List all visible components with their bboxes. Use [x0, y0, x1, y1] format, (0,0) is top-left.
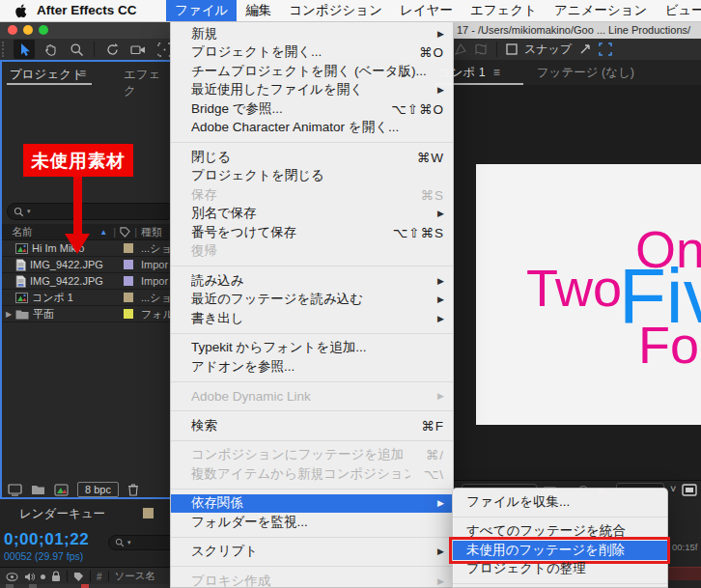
trash-icon[interactable] — [127, 483, 139, 496]
timeline-search-input[interactable]: ▾ — [108, 535, 170, 550]
disabled-mask-tool-icon — [454, 42, 467, 56]
label-icon[interactable] — [73, 572, 84, 582]
minimize-window-button[interactable] — [23, 25, 33, 35]
comp-canvas[interactable]: TwoOneFiveFour — [476, 164, 701, 425]
annotation-label: 未使用素材 — [31, 149, 126, 173]
menu-item[interactable]: 未使用のフッテージを削除 — [453, 541, 667, 560]
sort-ascending-icon[interactable]: ▲ — [99, 228, 107, 237]
zoom-tool-button[interactable] — [66, 40, 87, 59]
menu-item[interactable]: 最近のフッテージを読み込む▶ — [171, 291, 453, 310]
app-name[interactable]: After Effects CC — [37, 0, 137, 21]
expander-icon[interactable]: ▶ — [6, 310, 15, 319]
timeline-work-area-bar[interactable] — [668, 567, 701, 580]
item-name: コンポ 1 — [32, 291, 124, 305]
label-color-swatch[interactable] — [124, 260, 133, 269]
close-window-button[interactable] — [8, 25, 17, 35]
menu-item[interactable]: アドオンを参照... — [171, 357, 453, 377]
cursor-icon — [17, 42, 31, 57]
menu-item[interactable]: 検索⌘F — [171, 416, 453, 435]
eye-icon[interactable] — [6, 573, 18, 581]
menu-item[interactable]: プロジェクトの整理 — [453, 560, 667, 579]
tab-project[interactable]: プロジェクト — [10, 67, 84, 83]
rotate-tool-button[interactable] — [101, 40, 123, 59]
menubar-menu[interactable]: ファイル — [166, 0, 237, 21]
menu-item[interactable]: 依存関係▶ — [171, 494, 453, 514]
menubar-menus: ファイル編集コンポジションレイヤーエフェクトアニメーションビュー — [166, 0, 701, 21]
source-name-column[interactable]: ソース名 — [115, 570, 156, 583]
snap-label: スナップ — [524, 42, 572, 58]
menubar-menu[interactable]: エフェクト — [462, 0, 546, 21]
current-timecode[interactable]: 0;00;01;22 — [4, 530, 89, 549]
number-column-icon[interactable]: # — [97, 572, 102, 582]
menu-item[interactable]: 新規▶ — [171, 24, 453, 43]
column-name[interactable]: 名前 — [12, 225, 33, 239]
label-column-icon[interactable] — [120, 227, 130, 238]
menu-item[interactable]: Adobe Character Animator を開く... — [171, 119, 453, 138]
audio-icon[interactable] — [24, 572, 35, 582]
label-color-swatch[interactable] — [124, 309, 133, 319]
tab-footage-none[interactable]: フッテージ (なし) — [537, 65, 634, 81]
label-color-swatch[interactable] — [124, 243, 133, 253]
interpret-footage-icon[interactable] — [8, 484, 22, 496]
chevron-down-icon[interactable]: ˅ — [670, 483, 676, 494]
menu-item[interactable]: フォルダーを監視... — [171, 513, 453, 532]
menu-item[interactable]: スクリプト▶ — [171, 543, 453, 562]
menubar-menu[interactable]: レイヤー — [391, 0, 462, 21]
selection-tool-button[interactable] — [14, 40, 35, 59]
viewer-tabs: コンポ 1 ≡ フッテージ (なし) — [425, 60, 701, 85]
menu-item[interactable]: 閉じる⌘W — [171, 148, 453, 167]
project-item-row[interactable]: ▶平面フォル — [2, 306, 170, 322]
menu-item[interactable]: すべてのフッテージを統合 — [453, 522, 667, 542]
new-composition-icon[interactable] — [54, 484, 69, 496]
menu-item[interactable]: プロジェクトを閉じる — [171, 167, 453, 186]
region-of-interest-icon[interactable] — [599, 42, 612, 56]
menubar-menu[interactable]: 編集 — [237, 0, 280, 21]
panel-grip[interactable] — [2, 42, 9, 57]
column-type[interactable]: 種類 — [141, 225, 170, 239]
menubar-menu[interactable]: コンポジション — [280, 0, 391, 21]
menu-item[interactable]: チームプロジェクトを開く (ベータ版)... — [171, 62, 453, 81]
menubar-menu[interactable]: ビュー — [656, 0, 701, 21]
lock-icon[interactable] — [51, 571, 61, 582]
project-search-input[interactable]: ▾ — [7, 203, 170, 220]
camera-tool-button[interactable] — [127, 40, 149, 59]
project-item-row[interactable]: IMG_9422.JPGImpor — [2, 257, 170, 273]
menu-item[interactable]: 別名で保存▶ — [171, 205, 453, 224]
label-color-swatch[interactable] — [124, 293, 133, 302]
monitor-icon[interactable] — [682, 484, 697, 496]
menu-item[interactable]: Typekit からフォントを追加... — [171, 339, 453, 358]
composition-viewer-panel: コンポ 1 ≡ フッテージ (なし) TwoOneFiveFour ˅ — [425, 60, 701, 499]
project-panel: プロジェクト ≡ エフェク 未使用素材 ▾ 名前 ▲ | | 種類 Hi Im … — [0, 60, 170, 499]
menu-item[interactable]: 読み込み▶ — [171, 271, 453, 291]
apple-menu-icon[interactable] — [13, 3, 27, 18]
panel-menu-icon[interactable]: ≡ — [79, 67, 86, 80]
project-item-row[interactable]: コンポ 1...ショ — [2, 290, 170, 306]
menu-item[interactable]: プロジェクトを開く...⌘O — [171, 43, 453, 63]
project-item-row[interactable]: IMG_9422.JPGImpor — [2, 273, 170, 290]
search-dropdown-icon[interactable]: ▾ — [27, 208, 31, 215]
menu-item[interactable]: Bridge で参照...⌥⇧⌘O — [171, 99, 453, 119]
new-folder-icon[interactable] — [31, 484, 45, 495]
panel-menu-icon[interactable]: ≡ — [493, 66, 500, 79]
menu-item: Adobe Dynamic Link▶ — [171, 387, 453, 406]
menu-item[interactable]: ファイルを収集... — [453, 492, 667, 512]
label-color-swatch[interactable] — [124, 276, 133, 286]
menu-divider — [171, 410, 453, 411]
item-type: Impor — [141, 259, 170, 270]
tab-effects[interactable]: エフェク — [124, 67, 170, 99]
hand-tool-button[interactable] — [40, 40, 61, 59]
menubar-menu[interactable]: アニメーション — [546, 0, 656, 21]
menu-item-label: 新規 — [191, 25, 428, 42]
menu-item[interactable]: 最近使用したファイルを開く▶ — [171, 81, 453, 100]
snap-checkbox[interactable] — [506, 43, 518, 55]
tab-render-queue[interactable]: レンダーキュー — [19, 506, 105, 522]
zoom-window-button[interactable] — [39, 25, 48, 35]
menu-item[interactable]: 番号をつけて保存⌥⇧⌘S — [171, 223, 453, 242]
bit-depth-button[interactable]: 8 bpc — [77, 482, 119, 497]
solo-icon[interactable] — [41, 574, 45, 579]
item-type: Impor — [141, 275, 170, 287]
menu-item[interactable]: 書き出し▶ — [171, 309, 453, 328]
search-dropdown-icon[interactable]: ▾ — [127, 539, 131, 546]
tab-color-swatch — [143, 508, 154, 518]
snap-cursor-icon[interactable] — [578, 42, 592, 56]
